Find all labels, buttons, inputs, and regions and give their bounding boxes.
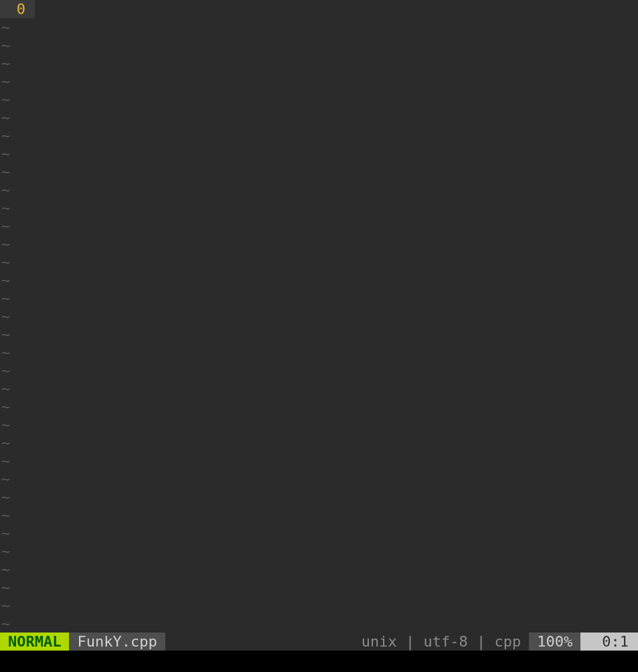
scroll-percent-indicator: 100% xyxy=(529,633,580,651)
empty-line-tilde: ~ xyxy=(0,398,638,416)
empty-line-tilde: ~ xyxy=(0,54,638,72)
line-number-current: 0 xyxy=(17,0,25,18)
fileinfo-indicator: unix | utf-8 | cpp xyxy=(353,633,529,651)
empty-line-tilde: ~ xyxy=(0,108,638,127)
empty-line-tilde: ~ xyxy=(0,36,638,54)
empty-line-tilde: ~ xyxy=(0,506,638,524)
empty-lines-region: ~~~~~~~~~~~~~~~~~~~~~~~~~~~~~~~~~~ xyxy=(0,18,638,633)
empty-line-tilde: ~ xyxy=(0,18,638,36)
empty-line-tilde: ~ xyxy=(0,90,638,108)
empty-line-tilde: ~ xyxy=(0,72,638,90)
empty-line-tilde: ~ xyxy=(0,434,638,452)
empty-line-tilde: ~ xyxy=(0,361,638,380)
empty-line-tilde: ~ xyxy=(0,271,638,289)
empty-line-tilde: ~ xyxy=(0,307,638,325)
mode-indicator: NORMAL xyxy=(0,633,69,651)
empty-line-tilde: ~ xyxy=(0,343,638,361)
empty-line-tilde: ~ xyxy=(0,380,638,398)
empty-line-tilde: ~ xyxy=(0,614,638,633)
empty-line-tilde: ~ xyxy=(0,235,638,253)
filename-indicator: FunkY.cpp xyxy=(69,633,165,651)
empty-line-tilde: ~ xyxy=(0,542,638,560)
editor-viewport[interactable]: 0 ~~~~~~~~~~~~~~~~~~~~~~~~~~~~~~~~~~ NOR… xyxy=(0,0,638,651)
empty-line-tilde: ~ xyxy=(0,524,638,542)
command-line[interactable] xyxy=(0,651,638,672)
statusline-gap xyxy=(165,633,353,651)
empty-line-tilde: ~ xyxy=(0,470,638,488)
empty-line-tilde: ~ xyxy=(0,289,638,307)
empty-line-tilde: ~ xyxy=(0,578,638,596)
empty-line-tilde: ~ xyxy=(0,163,638,181)
empty-line-tilde: ~ xyxy=(0,217,638,235)
empty-line-tilde: ~ xyxy=(0,199,638,217)
empty-line-tilde: ~ xyxy=(0,325,638,343)
cursor-position-indicator: 0:1 xyxy=(580,633,638,651)
empty-line-tilde: ~ xyxy=(0,596,638,614)
empty-line-tilde: ~ xyxy=(0,127,638,145)
empty-line-tilde: ~ xyxy=(0,560,638,578)
gutter-current-line: 0 xyxy=(0,0,35,18)
empty-line-tilde: ~ xyxy=(0,145,638,163)
empty-line-tilde: ~ xyxy=(0,416,638,434)
empty-line-tilde: ~ xyxy=(0,452,638,470)
empty-line-tilde: ~ xyxy=(0,253,638,271)
status-line: NORMAL FunkY.cpp unix | utf-8 | cpp 100%… xyxy=(0,633,638,651)
empty-line-tilde: ~ xyxy=(0,181,638,199)
empty-line-tilde: ~ xyxy=(0,488,638,506)
